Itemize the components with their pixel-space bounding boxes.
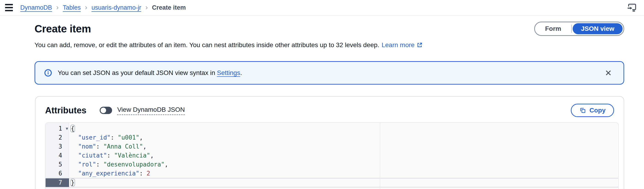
external-link-icon <box>416 42 423 48</box>
banner-close-button[interactable] <box>603 68 614 78</box>
code-token: "rol" <box>78 161 96 168</box>
gutter-line-number: 5 <box>46 160 69 169</box>
toggle-knob <box>100 108 106 113</box>
gutter-line-number: 6 <box>46 169 69 178</box>
settings-link[interactable]: Settings <box>217 69 240 76</box>
code-token: "Anna Coll" <box>103 143 143 150</box>
toggle-divider <box>571 25 572 33</box>
copy-icon <box>579 107 586 114</box>
code-token: "u001" <box>118 134 140 141</box>
copy-button[interactable]: Copy <box>571 104 614 117</box>
code-token <box>71 161 78 168</box>
code-token <box>71 152 78 159</box>
breadcrumb-current: Create item <box>152 4 186 11</box>
print-margin-line <box>380 123 380 189</box>
code-token <box>71 134 78 141</box>
gutter-line-number: 1▼ <box>46 124 69 133</box>
close-icon <box>605 69 612 77</box>
code-token: : <box>110 134 118 141</box>
code-line-content[interactable]: "user_id": "u001", <box>69 133 618 142</box>
dynamodb-json-toggle[interactable] <box>100 107 112 114</box>
code-token <box>71 143 78 150</box>
code-token: , <box>143 143 146 150</box>
code-token: , <box>139 134 143 141</box>
gutter-line-number: 4 <box>46 151 69 160</box>
breadcrumb-link[interactable]: DynamoDB <box>20 4 52 11</box>
code-token: 2 <box>146 170 150 177</box>
fold-toggle-icon[interactable]: ▼ <box>66 124 68 133</box>
page-description: You can add, remove, or edit the attribu… <box>34 41 624 49</box>
code-token: "València" <box>114 152 150 159</box>
cloudshell-button[interactable] <box>625 1 638 14</box>
editor-line[interactable]: 5 "rol": "desenvolupadora", <box>46 160 618 169</box>
json-code-editor[interactable]: 1▼{2 "user_id": "u001",3 "nom": "Anna Co… <box>45 122 619 189</box>
json-view-button[interactable]: JSON view <box>573 23 622 34</box>
gutter-line-number: 2 <box>46 133 69 142</box>
code-token: : <box>139 170 146 177</box>
code-token: : <box>96 161 103 168</box>
code-token: "any_experiencia" <box>78 170 139 177</box>
editor-line[interactable]: 7} <box>46 178 618 188</box>
code-line-content[interactable]: "ciutat": "València", <box>69 151 618 160</box>
matching-bracket: { <box>71 125 74 132</box>
view-mode-toggle: Form JSON view <box>534 22 624 36</box>
code-token: : <box>96 143 103 150</box>
code-token <box>71 170 78 177</box>
dynamodb-json-toggle-label[interactable]: View DynamoDB JSON <box>117 106 185 115</box>
gutter-line-number: 7 <box>46 179 69 187</box>
form-view-button[interactable]: Form <box>535 25 571 32</box>
breadcrumb-link[interactable]: usuaris-dynamo-jr <box>92 4 141 11</box>
info-icon <box>44 69 52 77</box>
breadcrumb-separator-icon: › <box>145 3 148 12</box>
cloudshell-icon <box>626 2 637 13</box>
code-token: : <box>107 152 114 159</box>
breadcrumb: DynamoDB›Tables›usuaris-dynamo-jr›Create… <box>20 3 186 12</box>
code-line-content[interactable]: } <box>69 179 618 187</box>
hamburger-menu-button[interactable] <box>4 2 14 13</box>
breadcrumb-separator-icon: › <box>56 3 59 12</box>
code-token: , <box>150 152 154 159</box>
matching-bracket: } <box>71 179 74 186</box>
breadcrumb-separator-icon: › <box>85 3 88 12</box>
code-line-content[interactable]: "rol": "desenvolupadora", <box>69 160 618 169</box>
code-token: , <box>164 161 168 168</box>
banner-message: You can set JSON as your default JSON vi… <box>58 69 242 77</box>
code-token: "user_id" <box>78 134 110 141</box>
code-line-content[interactable]: "nom": "Anna Coll", <box>69 142 618 151</box>
code-token: "desenvolupadora" <box>103 161 164 168</box>
breadcrumb-link[interactable]: Tables <box>63 4 81 11</box>
info-banner: You can set JSON as your default JSON vi… <box>34 61 624 85</box>
attributes-panel: Attributes View DynamoDB JSON Copy 1▼{2 … <box>35 96 624 189</box>
code-line-content[interactable]: { <box>69 124 618 133</box>
editor-line[interactable]: 3 "nom": "Anna Coll", <box>46 142 618 151</box>
learn-more-link[interactable]: Learn more <box>382 41 423 49</box>
editor-line[interactable]: 4 "ciutat": "València", <box>46 151 618 160</box>
editor-line[interactable]: 6 "any_experiencia": 2 <box>46 169 618 178</box>
page-title: Create item <box>34 22 91 35</box>
attributes-title: Attributes <box>45 106 86 115</box>
code-token: "ciutat" <box>78 152 107 159</box>
hamburger-icon <box>5 4 13 5</box>
code-line-content[interactable]: "any_experiencia": 2 <box>69 169 618 178</box>
gutter-line-number: 3 <box>46 142 69 151</box>
editor-line[interactable]: 2 "user_id": "u001", <box>46 133 618 142</box>
editor-line[interactable]: 1▼{ <box>46 124 618 133</box>
code-token: "nom" <box>78 143 96 150</box>
top-navigation-bar: DynamoDB›Tables›usuaris-dynamo-jr›Create… <box>0 0 644 16</box>
